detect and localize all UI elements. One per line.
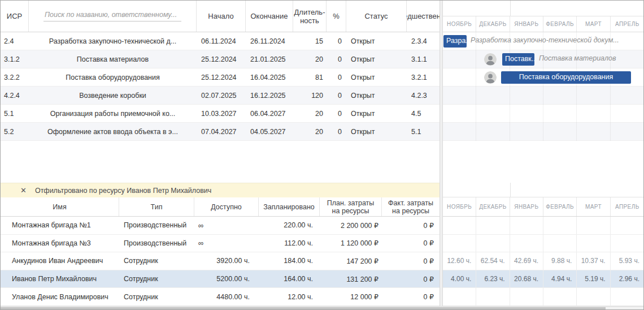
- gantt-bar[interactable]: Поставк...: [502, 53, 534, 66]
- search-input[interactable]: [43, 11, 181, 21]
- task-status[interactable]: Открыт: [346, 110, 407, 118]
- horizontal-scrollbar: [1, 306, 643, 309]
- resource-name: Иванов Петр Михайлович: [1, 275, 119, 283]
- horizontal-scrollbar-thumb[interactable]: [1, 307, 606, 310]
- resource-row[interactable]: Монтажная бригада №3 Производственный ∞ …: [1, 235, 440, 253]
- task-name: Поставка материалов: [29, 55, 197, 63]
- usage-cell: [611, 288, 644, 305]
- usage-row-selected: 4.00 ч. 6.23 ч. 20.68 ч. 4.94 ч. 5.19 ч.…: [443, 270, 644, 289]
- task-table-header: ИСР Начало Окончание Длитель-ность % Ста…: [1, 1, 440, 32]
- gantt-bar-caption: Разработка закупочно-технической докум..…: [471, 36, 619, 44]
- task-name: Оформление актов ввода объекта в э...: [29, 128, 197, 136]
- task-status[interactable]: Открыт: [346, 55, 407, 63]
- resource-fact-cost-header: Факт. затраты на ресурсы: [382, 197, 440, 216]
- resource-available-header: Доступно: [194, 197, 259, 216]
- clear-filter-icon[interactable]: ✕: [20, 187, 27, 194]
- name-column-header: [29, 1, 197, 32]
- month-label: ДЕКАБРЬ: [476, 197, 510, 216]
- resource-fact-cost: 0 ₽: [382, 292, 440, 301]
- task-percent: 0: [327, 110, 346, 118]
- resource-planned-header: Запланировано: [259, 197, 320, 216]
- filter-text: Отфильтровано по ресурсу Иванов Петр Мих…: [35, 187, 211, 195]
- resource-available: ∞: [194, 221, 259, 230]
- gantt-bar[interactable]: Поставка оборудорудования: [501, 71, 631, 84]
- usage-row: 12.60 ч. 62.54 ч. 42.69 ч. 9.88 ч. 10.37…: [443, 252, 644, 270]
- task-status[interactable]: Открыт: [346, 37, 407, 45]
- task-status[interactable]: Открыт: [346, 128, 407, 136]
- resource-fact-cost: 0 ₽: [382, 239, 440, 247]
- task-row[interactable]: 3.2.2 Поставка оборудорудования 25.12.20…: [1, 68, 440, 87]
- resource-plan-cost: 2 200 000 ₽: [320, 221, 382, 230]
- task-wbs: 5.2: [1, 128, 29, 136]
- gantt-bar[interactable]: Разра...: [443, 35, 467, 48]
- usage-cell: [443, 217, 476, 234]
- month-label: ЯНВАРЬ: [510, 16, 543, 32]
- percent-column-header: %: [327, 1, 346, 32]
- resource-type: Производственный: [119, 239, 194, 247]
- task-row[interactable]: 2.4 Разработка закупочно-технической д..…: [1, 32, 440, 50]
- resource-fact-cost: 0 ₽: [382, 257, 440, 265]
- resource-row-selected[interactable]: Иванов Петр Михайлович Сотрудник 5200.00…: [1, 270, 440, 289]
- gantt-row: [443, 87, 644, 105]
- project-app-window: ИСР Начало Окончание Длитель-ность % Ста…: [0, 0, 644, 310]
- resource-fact-cost: 0 ₽: [382, 221, 440, 230]
- task-wbs: 4.2.4: [1, 92, 29, 100]
- task-duration: 20: [293, 128, 327, 136]
- task-duration: 81: [293, 74, 327, 81]
- task-status[interactable]: Открыт: [346, 92, 407, 100]
- usage-cell: 10.37 ч.: [577, 252, 610, 270]
- task-duration: 15: [293, 37, 327, 45]
- task-wbs: 3.1.2: [1, 55, 29, 63]
- task-end: 16.12.2025: [246, 92, 293, 100]
- resource-fact-cost: 0 ₽: [382, 275, 440, 283]
- usage-cell: [443, 235, 476, 252]
- task-row[interactable]: 4.2.4 Возведение коробки 02.07.2025 16.1…: [1, 87, 440, 105]
- task-row[interactable]: 5.1 Организация работы приемочной ко... …: [1, 105, 440, 123]
- resource-planned: 184.00 ч.: [259, 257, 320, 265]
- task-start: 10.03.2027: [197, 110, 246, 118]
- usage-cell: [611, 235, 644, 252]
- predecessor-column-header: Предшественники: [407, 1, 440, 32]
- usage-cell: [543, 217, 577, 234]
- resource-name: Монтажная бригада №1: [1, 221, 119, 229]
- usage-cell: 5.93 ч.: [611, 252, 644, 270]
- task-status[interactable]: Открыт: [346, 74, 407, 81]
- task-predecessor: 5.1: [407, 128, 440, 136]
- usage-cell: [611, 217, 644, 234]
- wbs-column-header: ИСР: [1, 1, 29, 32]
- task-percent: 0: [327, 37, 346, 45]
- task-row[interactable]: 3.1.2 Поставка материалов 25.12.2024 21.…: [1, 50, 440, 68]
- gantt-row: Поставк... Поставка материалов: [443, 50, 644, 68]
- gantt-row: [443, 105, 644, 123]
- usage-cell: [443, 288, 476, 305]
- task-name: Организация работы приемочной ко...: [29, 110, 197, 118]
- task-percent: 0: [327, 74, 346, 81]
- gantt-month-header: НОЯБРЬ ДЕКАБРЬ ЯНВАРЬ ФЕВРАЛЬ МАРТ АПРЕЛ…: [443, 16, 644, 32]
- month-label: АПРЕЛЬ: [611, 16, 644, 32]
- resource-row[interactable]: Монтажная бригада №1 Производственный ∞ …: [1, 217, 440, 235]
- assignee-avatar: [484, 53, 497, 66]
- resource-plan-cost-header: План. затраты на ресурсы: [320, 197, 382, 216]
- task-row[interactable]: 5.2 Оформление актов ввода объекта в э..…: [1, 123, 440, 141]
- resource-planned: 12.00 ч.: [259, 293, 320, 301]
- year-divider: [510, 183, 511, 197]
- resource-plan-cost: 147 200 ₽: [320, 257, 382, 265]
- usage-cell: [543, 288, 577, 305]
- task-predecessor: 2.3.4: [407, 37, 440, 45]
- task-name: Поставка оборудорудования: [29, 74, 197, 81]
- month-label: АПРЕЛЬ: [611, 197, 644, 216]
- usage-cell: [476, 288, 510, 305]
- resource-plan-cost: 1 120 000 ₽: [320, 239, 382, 247]
- resource-planned: 220.00 ч.: [259, 221, 320, 229]
- resource-type: Сотрудник: [119, 257, 194, 265]
- resource-row[interactable]: Уланов Денис Владимирович Сотрудник 4480…: [1, 288, 440, 306]
- resource-row[interactable]: Анкудинов Иван Андреевич Сотрудник 3920.…: [1, 252, 440, 270]
- task-start: 25.12.2024: [197, 55, 246, 63]
- month-label: НОЯБРЬ: [443, 197, 476, 216]
- usage-cell: 5.19 ч.: [577, 270, 610, 288]
- usage-cell: [577, 217, 610, 234]
- gantt-chart: Разра... Разработка закупочно-техническо…: [443, 32, 644, 141]
- resource-available: 4480.00 ч.: [194, 293, 259, 301]
- resource-type: Производственный: [119, 221, 194, 229]
- task-duration: 20: [293, 110, 327, 118]
